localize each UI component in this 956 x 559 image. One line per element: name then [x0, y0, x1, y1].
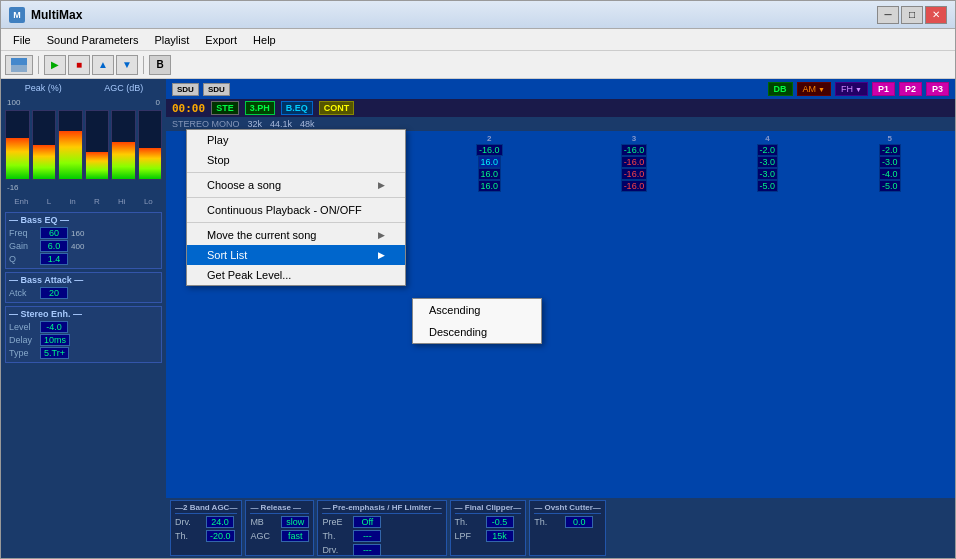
up-button[interactable]: ▲	[92, 55, 114, 75]
eq-val-800-1[interactable]: -16.0	[331, 144, 358, 156]
eq-val-6k4-1[interactable]: 16.0	[333, 180, 357, 192]
freq-value[interactable]: 60	[40, 227, 68, 239]
eq-val-3k2-1[interactable]: 16.0	[333, 168, 357, 180]
eq-val-1k6-2[interactable]: 16.0	[478, 156, 502, 168]
b-button[interactable]: B	[149, 55, 171, 75]
eq-val-6k4-2[interactable]: 16.0	[478, 180, 502, 192]
stop-button[interactable]: ■	[68, 55, 90, 75]
stereo-enh-title: — Stereo Enh. —	[9, 309, 158, 319]
p2-button[interactable]: P2	[899, 82, 922, 96]
bottom-bar: —2 Band AGC— Drv. 24.0 Th. -20.0 — Relea…	[166, 498, 955, 558]
vu-meters-container	[5, 110, 162, 180]
agc-scale-0: 0	[156, 98, 160, 107]
atck-value[interactable]: 20	[40, 287, 68, 299]
hfl-drv-value[interactable]: ---	[353, 544, 381, 556]
time-display: 00:00	[172, 102, 205, 115]
eq-val-6k4-5[interactable]: -5.0	[879, 180, 901, 192]
two-band-agc-title: —2 Band AGC—	[175, 503, 237, 514]
main-content: Peak (%) AGC (dB) 100 0	[1, 79, 955, 558]
eq-val-6k4-4[interactable]: -5.0	[757, 180, 779, 192]
left-panel: Peak (%) AGC (dB) 100 0	[1, 79, 166, 558]
menu-help[interactable]: Help	[245, 29, 284, 50]
vu-bar-5	[112, 142, 135, 179]
eq-val-800-2[interactable]: -16.0	[476, 144, 503, 156]
title-bar: M MultiMax ─ □ ✕	[1, 1, 955, 29]
eq-val-1k6-3[interactable]: -16.0	[621, 156, 648, 168]
vu-labels: Enh L in R Hi Lo	[5, 197, 162, 206]
scale-160: 160	[71, 229, 99, 238]
oc-th-value[interactable]: 0.0	[565, 516, 593, 528]
type-value[interactable]: 5.Tr+	[40, 347, 69, 359]
pree-value[interactable]: Off	[353, 516, 381, 528]
gain-value[interactable]: 6.0	[40, 240, 68, 252]
menu-sound-parameters[interactable]: Sound Parameters	[39, 29, 147, 50]
q-value[interactable]: 1.4	[40, 253, 68, 265]
eq-val-3k2-5[interactable]: -4.0	[879, 168, 901, 180]
release-agc-label: AGC	[250, 531, 278, 541]
am-button[interactable]: AM ▼	[797, 82, 831, 96]
status-bar: 00:00 STE 3.PH B.EQ CONT	[166, 99, 955, 117]
pree-row: PreE Off	[322, 516, 441, 528]
close-button[interactable]: ✕	[925, 6, 947, 24]
eq-val-1k6-4[interactable]: -3.0	[757, 156, 779, 168]
agc-label: AGC (dB)	[86, 83, 163, 93]
ovsht-cutter-section: — Ovsht Cutter— Th. 0.0	[529, 500, 606, 556]
vu-meter-5	[111, 110, 136, 180]
table-row: ALL	[170, 192, 951, 204]
eq-val-1k6-5[interactable]: -3.0	[879, 156, 901, 168]
fc-th-row: Th. -0.5	[455, 516, 522, 528]
eq-val-3k2-3[interactable]: -16.0	[621, 168, 648, 180]
p3-button[interactable]: P3	[926, 82, 949, 96]
menu-export[interactable]: Export	[197, 29, 245, 50]
eq-val-3k2-4[interactable]: -3.0	[757, 168, 779, 180]
agc-drv-value[interactable]: 24.0	[206, 516, 234, 528]
fc-lpf-value[interactable]: 15k	[486, 530, 514, 542]
down-button[interactable]: ▼	[116, 55, 138, 75]
bass-eq-title: — Bass EQ —	[9, 215, 158, 225]
play-button[interactable]: ▶	[44, 55, 66, 75]
hfl-th-value[interactable]: ---	[353, 530, 381, 542]
db-button[interactable]: DB	[768, 82, 793, 96]
delay-value[interactable]: 10ms	[40, 334, 70, 346]
stereo-level-row: Level -4.0	[9, 321, 158, 333]
format-441k: 44.1k	[270, 119, 292, 129]
eq-val-800-3[interactable]: -16.0	[621, 144, 648, 156]
maximize-button[interactable]: □	[901, 6, 923, 24]
agc-th-value[interactable]: -20.0	[206, 530, 235, 542]
format-bar: STEREO MONO 32k 44.1k 48k	[166, 117, 955, 131]
minimize-button[interactable]: ─	[877, 6, 899, 24]
p1-button[interactable]: P1	[872, 82, 895, 96]
vu-bar-1	[6, 138, 29, 179]
vu-bar-6	[139, 148, 162, 179]
bec-badge: B.EQ	[281, 101, 313, 115]
pre-emphasis-section: — Pre-emphasis / HF Limiter — PreE Off T…	[317, 500, 446, 556]
freq-label: Freq	[9, 228, 37, 238]
fh-button[interactable]: FH ▼	[835, 82, 868, 96]
eq-freq-1k6: 1.6k	[170, 156, 272, 168]
eq-val-800-4[interactable]: -2.0	[757, 144, 779, 156]
vu-meter-4	[85, 110, 110, 180]
svg-rect-0	[11, 58, 27, 65]
vu-meter-6	[138, 110, 163, 180]
sdu-btn-1[interactable]: SDU	[172, 83, 199, 96]
hfl-th-row: Th. ---	[322, 530, 441, 542]
gain-label: Gain	[9, 241, 37, 251]
mb-label: MB	[250, 517, 278, 527]
release-title: — Release —	[250, 503, 309, 514]
eq-val-3k2-2[interactable]: 16.0	[478, 168, 502, 180]
eq-val-800-5[interactable]: -2.0	[879, 144, 901, 156]
release-agc-value[interactable]: fast	[281, 530, 309, 542]
menu-file[interactable]: File	[5, 29, 39, 50]
eq-col-5: 5	[829, 133, 951, 144]
eq-val-1k6-1[interactable]: 16.0	[333, 156, 357, 168]
bass-attack-section: — Bass Attack — Atck 20	[5, 272, 162, 303]
eq-val-6k4-3[interactable]: -16.0	[621, 180, 648, 192]
menu-bar: File Sound Parameters Playlist Export He…	[1, 29, 955, 51]
level-value[interactable]: -4.0	[40, 321, 68, 333]
fc-th-label: Th.	[455, 517, 483, 527]
menu-playlist[interactable]: Playlist	[146, 29, 197, 50]
eq-freq-all: ALL	[170, 192, 272, 204]
sdu-btn-2[interactable]: SDU	[203, 83, 230, 96]
mb-value[interactable]: slow	[281, 516, 309, 528]
fc-th-value[interactable]: -0.5	[486, 516, 514, 528]
